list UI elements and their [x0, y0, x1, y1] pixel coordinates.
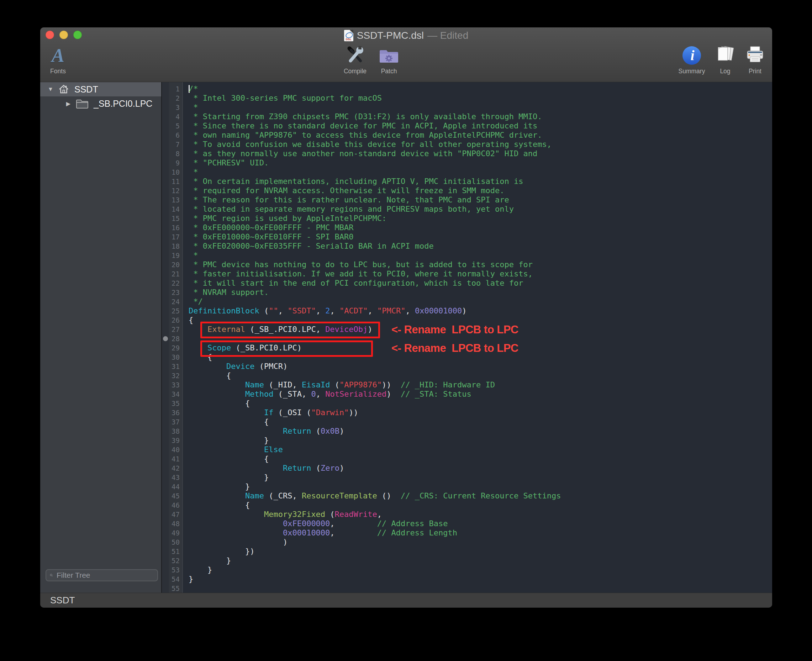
line-number: 16	[169, 223, 182, 232]
line-number: 7	[169, 140, 182, 149]
patch-button[interactable]: Patch	[366, 45, 412, 75]
code-editor[interactable]: 1/*2 * Intel 300-series PMC support for …	[162, 82, 772, 593]
line-number: 22	[169, 279, 182, 288]
filter-tree-field[interactable]	[46, 569, 158, 581]
line-number: 38	[169, 426, 182, 436]
code-line: 2 * Intel 300-series PMC support for mac…	[162, 94, 772, 103]
filter-tree-input[interactable]	[56, 571, 154, 580]
tree-item-sb-pci0-lpc[interactable]: ▶ _SB.PCI0.LPC	[40, 96, 161, 111]
print-button[interactable]: Print	[732, 45, 772, 75]
line-number: 23	[169, 288, 182, 297]
line-number: 8	[169, 149, 182, 158]
code-line: 14 * located in separate memory regions …	[162, 204, 772, 214]
code-line: 7 * To avoid confusion we disable this d…	[162, 140, 772, 149]
code-line: 29 Scope (_SB.PCI0.LPC)	[162, 343, 772, 353]
code-line: 19 *	[162, 251, 772, 260]
line-number: 20	[169, 260, 182, 269]
code-line: 23 * NVRAM support.	[162, 288, 772, 297]
tree-item-label: SSDT	[74, 84, 98, 95]
line-number: 37	[169, 417, 182, 426]
code-lines: 1/*2 * Intel 300-series PMC support for …	[162, 82, 772, 593]
line-number: 34	[169, 390, 182, 399]
code-line: 49 0x00010000, // Address Length	[162, 528, 772, 538]
home-icon	[58, 84, 69, 95]
line-number: 35	[169, 399, 182, 408]
line-number: 10	[169, 168, 182, 177]
line-number: 42	[169, 463, 182, 473]
code-line: 52 }	[162, 556, 772, 565]
code-line: 50 )	[162, 538, 772, 547]
line-number: 33	[169, 380, 182, 390]
code-line: 20 * PMC device has nothing to do to LPC…	[162, 260, 772, 269]
line-number: 9	[169, 158, 182, 168]
line-number: 55	[169, 584, 182, 593]
line-number: 24	[169, 297, 182, 306]
line-number: 40	[169, 445, 182, 454]
compile-icon	[345, 45, 365, 67]
code-line: 44 }	[162, 482, 772, 491]
line-number: 6	[169, 131, 182, 140]
code-line: 12 * required for NVRAM access. Otherwis…	[162, 186, 772, 195]
svg-text:i: i	[690, 47, 694, 63]
code-line: 43 }	[162, 473, 772, 482]
line-number: 51	[169, 547, 182, 556]
code-line: 33 Name (_HID, EisaId ("APP9876")) // _H…	[162, 380, 772, 390]
code-line: 21 * faster initialisation. If we add it…	[162, 269, 772, 279]
code-line: 54}	[162, 575, 772, 584]
code-line: 4 * Starting from Z390 chipsets PMC (D31…	[162, 112, 772, 121]
line-number: 44	[169, 482, 182, 491]
code-line: 37 {	[162, 417, 772, 426]
line-number: 26	[169, 316, 182, 325]
code-line: 53 }	[162, 565, 772, 575]
code-line: 28	[162, 334, 772, 343]
code-line: 13 * The reason for this is rather uncle…	[162, 195, 772, 204]
line-number: 4	[169, 112, 182, 121]
line-number: 43	[169, 473, 182, 482]
tree-item-ssdt[interactable]: ▼ SSDT	[40, 82, 161, 96]
code-line: 42 Return (Zero)	[162, 463, 772, 473]
code-line: 27 External (_SB_.PCI0.LPC, DeviceObj)	[162, 325, 772, 334]
printer-icon	[745, 45, 766, 67]
code-line: 46 {	[162, 501, 772, 510]
code-line: 22 * it will start in the end of PCI con…	[162, 279, 772, 288]
line-number: 13	[169, 195, 182, 204]
code-line: 38 Return (0x0B)	[162, 426, 772, 436]
titlebar-toolbar: DSL SSDT-PMC.dsl — Edited A Fonts Compil…	[40, 27, 772, 82]
code-line: 15 * PMC region is used by AppleIntelPCH…	[162, 214, 772, 223]
code-line: 11 * On certain implementations, includi…	[162, 177, 772, 186]
code-line: 45 Name (_CRS, ResourceTemplate () // _C…	[162, 491, 772, 501]
line-number: 50	[169, 538, 182, 547]
maciasl-window: DSL SSDT-PMC.dsl — Edited A Fonts Compil…	[40, 27, 772, 608]
disclosure-collapsed-icon[interactable]: ▶	[65, 100, 72, 107]
fonts-button[interactable]: A Fonts	[40, 45, 81, 75]
code-line: 32 {	[162, 371, 772, 380]
disclosure-expanded-icon[interactable]: ▼	[47, 86, 54, 93]
line-number: 52	[169, 556, 182, 565]
line-number: 18	[169, 241, 182, 251]
line-number: 30	[169, 353, 182, 362]
line-number: 11	[169, 177, 182, 186]
line-number: 48	[169, 519, 182, 528]
code-line: 6 * own naming "APP9876" to access this …	[162, 131, 772, 140]
line-number: 25	[169, 306, 182, 316]
acpi-tree-sidebar: ▼ SSDT ▶	[40, 82, 162, 593]
code-line: 30 {	[162, 353, 772, 362]
line-number: 14	[169, 204, 182, 214]
code-line: 48 0xFE000000, // Address Base	[162, 519, 772, 528]
code-line: 16 * 0xFE000000~0xFE00FFFF - PMC MBAR	[162, 223, 772, 232]
code-line: 55	[162, 584, 772, 593]
line-number: 2	[169, 94, 182, 103]
fonts-icon: A	[51, 45, 64, 67]
line-number: 12	[169, 186, 182, 195]
window-title-edited: — Edited	[427, 30, 468, 41]
window-title-filename: SSDT-PMC.dsl	[357, 30, 424, 41]
folder-icon	[76, 99, 89, 109]
line-number: 3	[169, 103, 182, 112]
line-number: 17	[169, 232, 182, 241]
code-line: 41 {	[162, 454, 772, 463]
code-line: 25DefinitionBlock ("", "SSDT", 2, "ACDT"…	[162, 306, 772, 316]
line-number: 1	[169, 84, 182, 94]
code-line: 18 * 0xFE020000~0xFE035FFF - SerialIo BA…	[162, 241, 772, 251]
code-line: 1/*	[162, 84, 772, 94]
code-line: 39 }	[162, 436, 772, 445]
